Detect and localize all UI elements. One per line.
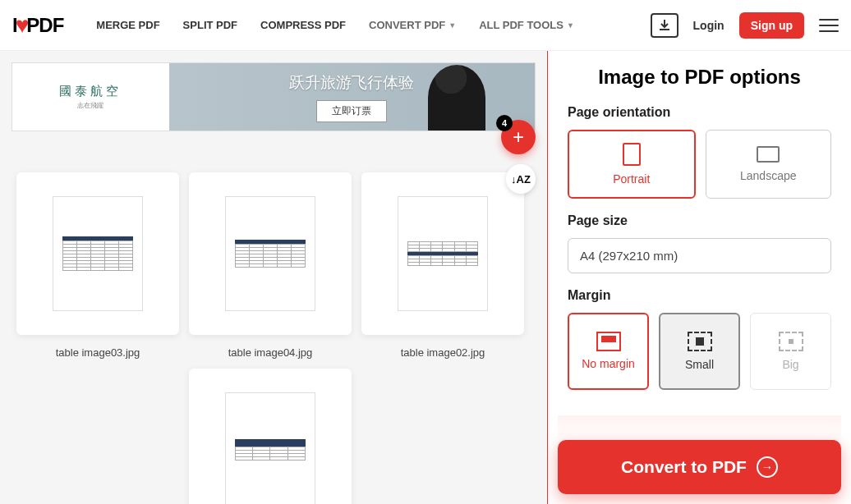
nav-merge[interactable]: MERGE PDF <box>96 19 159 31</box>
workspace: 國泰航空 志在飛躍 跃升旅游飞行体验 立即订票 + 4 ↓AZ table im… <box>0 51 547 504</box>
file-preview[interactable] <box>189 369 352 504</box>
nav-all-tools[interactable]: ALL PDF TOOLS ▼ <box>479 19 574 31</box>
portrait-label: Portrait <box>613 172 650 186</box>
margin-label: Margin <box>568 288 831 303</box>
big-margin-icon <box>779 332 803 351</box>
page-size-select[interactable]: A4 (297x210 mm) <box>568 238 831 273</box>
ad-brand-block: 國泰航空 志在飛躍 <box>12 84 169 110</box>
nav-convert[interactable]: CONVERT PDF ▼ <box>369 19 456 31</box>
landscape-label: Landscape <box>740 169 797 182</box>
convert-label: Convert to PDF <box>621 457 747 477</box>
nav-convert-label: CONVERT PDF <box>369 19 445 31</box>
header: I ♥ PDF MERGE PDF SPLIT PDF COMPRESS PDF… <box>0 0 851 51</box>
no-margin-icon <box>596 332 621 351</box>
logo[interactable]: I ♥ PDF <box>12 12 63 39</box>
ad-sub: 志在飛躍 <box>77 101 104 110</box>
file-preview[interactable] <box>189 172 352 335</box>
orientation-portrait[interactable]: Portrait <box>568 130 696 199</box>
convert-button[interactable]: Convert to PDF → <box>558 440 841 494</box>
ad-brand: 國泰航空 <box>59 84 122 99</box>
no-margin-label: No margin <box>582 358 635 370</box>
file-preview[interactable] <box>361 172 524 335</box>
nav-compress[interactable]: COMPRESS PDF <box>260 19 346 31</box>
small-margin-icon <box>688 332 712 351</box>
portrait-icon <box>623 143 641 166</box>
file-label: table image03.jpg <box>56 346 140 359</box>
file-preview[interactable] <box>16 172 179 335</box>
landscape-icon <box>757 146 780 163</box>
small-margin-label: Small <box>685 358 714 371</box>
arrow-right-icon: → <box>757 456 778 478</box>
file-label: table image04.jpg <box>228 346 313 359</box>
nav-split[interactable]: SPLIT PDF <box>183 19 237 31</box>
header-right: Login Sign up <box>651 12 839 39</box>
sort-button[interactable]: ↓AZ <box>506 164 536 194</box>
file-count-badge: 4 <box>496 115 513 131</box>
ad-image <box>428 65 485 131</box>
orientation-label: Page orientation <box>568 105 831 120</box>
menu-icon[interactable] <box>819 19 839 32</box>
file-label: table image02.jpg <box>401 346 485 359</box>
chevron-down-icon: ▼ <box>567 21 574 30</box>
file-thumb: table image03.jpg <box>16 172 179 359</box>
ad-cta-button[interactable]: 立即订票 <box>316 100 387 122</box>
nav-all-label: ALL PDF TOOLS <box>479 19 564 31</box>
options-panel: Image to PDF options Page orientation Po… <box>547 51 851 504</box>
nav: MERGE PDF SPLIT PDF COMPRESS PDF CONVERT… <box>96 19 574 31</box>
file-thumb: table image04.jpg <box>189 172 352 359</box>
file-grid: + 4 ↓AZ table image03.jpg table image04.… <box>0 131 547 504</box>
file-thumb: table image02.jpg <box>361 172 524 359</box>
orientation-group: Portrait Landscape <box>568 130 831 199</box>
ad-banner[interactable]: 國泰航空 志在飛躍 跃升旅游飞行体验 立即订票 <box>12 62 536 131</box>
convert-wrap: Convert to PDF → <box>558 415 841 494</box>
ad-title: 跃升旅游飞行体验 <box>289 72 414 94</box>
file-thumb <box>189 369 352 504</box>
add-files-button[interactable]: + 4 <box>501 120 536 154</box>
margin-group: No margin Small Big <box>568 313 831 390</box>
panel-title: Image to PDF options <box>568 66 831 89</box>
main: 國泰航空 志在飛躍 跃升旅游飞行体验 立即订票 + 4 ↓AZ table im… <box>0 51 851 504</box>
signup-button[interactable]: Sign up <box>739 12 804 39</box>
chevron-down-icon: ▼ <box>448 21 456 30</box>
big-margin-label: Big <box>782 358 798 371</box>
margin-small[interactable]: Small <box>659 313 740 390</box>
margin-none[interactable]: No margin <box>568 313 649 390</box>
orientation-landscape[interactable]: Landscape <box>706 130 832 199</box>
size-label: Page size <box>568 213 831 228</box>
download-icon[interactable] <box>651 13 678 38</box>
logo-text-post: PDF <box>26 14 63 37</box>
login-link[interactable]: Login <box>693 19 724 32</box>
margin-big[interactable]: Big <box>750 313 831 390</box>
